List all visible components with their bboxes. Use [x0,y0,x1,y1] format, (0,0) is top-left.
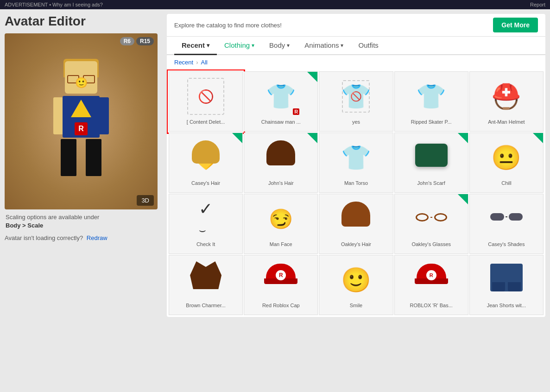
item-icon-caseys-shades [486,198,527,240]
item-label-johns-scarf: John's Scarf [417,180,445,186]
item-cell-check-it[interactable]: ✓⌣Check It [169,194,243,254]
tab-outfits[interactable]: Outfits [351,37,386,55]
item-icon-roblox-r-bas: R [411,259,452,301]
tab-recent[interactable]: Recent ▾ [174,37,217,55]
owned-indicator [458,133,468,143]
item-cell-brown-charmer[interactable]: Brown Charmer... [169,255,243,315]
item-label-man-torso: Man Torso [344,180,368,186]
item-label-jean-shorts: Jean Shorts wit... [487,303,526,309]
tab-clothing-arrow: ▾ [252,42,254,49]
owned-indicator [533,133,543,143]
main-container: Avatar Editor R6 R15 🙂 R [0,9,550,322]
owned-indicator [307,133,317,143]
badge-r6[interactable]: R6 [120,37,134,45]
item-label-oakleys-glasses: Oakley's Glasses [411,241,451,247]
breadcrumb-all[interactable]: All [201,59,208,66]
item-label-content-deleted: [ Content Delet... [187,119,225,125]
page-title: Avatar Editor [5,14,162,29]
item-label-antman-helmet: Ant-Man Helmet [488,119,525,125]
item-label-man-face: Man Face [270,241,292,247]
item-cell-caseys-hair[interactable]: 💛Casey's Hair [169,133,243,193]
item-label-roblox-r-bas: ROBLOX 'R' Bas... [410,303,453,309]
item-cell-jean-shorts[interactable]: Jean Shorts wit... [469,255,544,315]
item-cell-smile[interactable]: 🙂Smile [319,255,393,315]
tab-animations-arrow: ▾ [341,42,343,49]
item-icon-smile: 🙂 [335,259,377,301]
item-label-chainsaw-man: Chainsaw man ... [261,119,301,125]
figure-head: 🙂 [65,61,97,94]
item-cell-ripped-skater[interactable]: 👕Ripped Skater P... [394,71,468,132]
item-icon-johns-scarf [411,137,452,178]
top-bar: ADVERTISEMENT • Why am I seeing ads? Rep… [0,0,550,9]
tab-body-arrow: ▾ [287,42,290,49]
figure-left-leg [61,139,76,176]
item-label-oakleys-hair: Oakley's Hair [341,241,371,247]
item-cell-oakleys-hair[interactable]: Oakley's Hair [319,194,393,254]
item-icon-man-torso: 👕 [335,137,377,178]
left-panel: Avatar Editor R6 R15 🙂 R [5,14,162,317]
item-cell-caseys-shades[interactable]: Casey's Shades [469,194,544,254]
item-icon-man-face: 😏 [260,198,302,240]
tab-animations[interactable]: Animations ▾ [297,37,351,55]
owned-indicator [307,72,317,82]
item-icon-oakleys-glasses [411,198,452,240]
avatar-figure: 🙂 R [44,57,118,186]
item-cell-roblox-r-bas[interactable]: RROBLOX 'R' Bas... [394,255,468,315]
item-label-johns-hair: John's Hair [268,180,294,186]
badge-r15[interactable]: R15 [136,37,154,45]
item-icon-antman-helmet: ⛑️ [486,76,527,117]
item-cell-chill[interactable]: 😐Chill [469,133,544,193]
loading-message: Avatar isn't loading correctly? Redraw [5,234,162,241]
item-label-red-roblox-cap: Red Roblox Cap [262,303,300,309]
owned-indicator [232,133,242,143]
get-more-button[interactable]: Get More [493,18,538,32]
item-icon-chill: 😐 [486,137,527,178]
item-label-ripped-skater: Ripped Skater P... [411,119,452,125]
item-label-caseys-hair: Casey's Hair [191,180,220,186]
item-icon-oakleys-hair [335,198,377,240]
item-icon-ripped-skater: 👕 [411,76,452,117]
ad-notice: ADVERTISEMENT • Why am I seeing ads? [5,2,103,7]
breadcrumb-recent[interactable]: Recent [174,59,193,66]
tab-body[interactable]: Body ▾ [262,37,297,55]
tab-bar: Recent ▾ Clothing ▾ Body ▾ Animations ▾ … [167,37,545,55]
item-icon-red-roblox-cap: R [260,259,302,301]
breadcrumb: Recent › All [167,55,545,70]
item-cell-johns-hair[interactable]: John's Hair [244,133,318,193]
redraw-link[interactable]: Redraw [87,234,107,241]
item-icon-check-it: ✓⌣ [185,198,227,240]
tab-recent-arrow: ▾ [207,42,209,49]
item-icon-caseys-hair: 💛 [185,137,227,178]
explore-text: Explore the catalog to find more clothes… [174,22,282,29]
item-cell-antman-helmet[interactable]: ⛑️Ant-Man Helmet [469,71,544,132]
item-icon-brown-charmer [185,259,227,301]
item-icon-chainsaw-man: 👕R [260,76,302,117]
item-cell-yes[interactable]: 👕🚫yes [319,71,393,132]
owned-indicator [458,194,468,204]
report-link[interactable]: Report [530,2,545,7]
item-cell-man-face[interactable]: 😏Man Face [244,194,318,254]
figure-right-leg [86,139,101,176]
item-label-check-it: Check It [196,241,215,247]
item-cell-johns-scarf[interactable]: John's Scarf [394,133,468,193]
avatar-preview: R6 R15 🙂 R [5,33,158,209]
view-3d-button[interactable]: 3D [137,195,154,206]
item-icon-jean-shorts [486,259,527,301]
item-icon-yes: 👕🚫 [335,76,377,117]
tab-clothing[interactable]: Clothing ▾ [217,37,262,55]
item-cell-man-torso[interactable]: 👕Man Torso [319,133,393,193]
item-label-brown-charmer: Brown Charmer... [186,303,226,309]
avatar-badges: R6 R15 [120,37,154,45]
item-icon-content-deleted: 🚫 [185,76,227,117]
item-label-chill: Chill [501,180,511,186]
figure-torso: R [63,96,100,138]
scaling-message: Scaling options are available under Body… [5,213,162,230]
item-label-yes: yes [352,119,360,125]
item-cell-content-deleted[interactable]: 🚫[ Content Delet... [169,71,243,132]
item-cell-chainsaw-man[interactable]: 👕RChainsaw man ... [244,71,318,132]
item-label-caseys-shades: Casey's Shades [488,241,525,247]
item-cell-red-roblox-cap[interactable]: RRed Roblox Cap [244,255,318,315]
item-cell-oakleys-glasses[interactable]: Oakley's Glasses [394,194,468,254]
items-grid: 🚫[ Content Delet...👕RChainsaw man ...👕🚫y… [167,70,545,317]
right-panel: Explore the catalog to find more clothes… [167,14,545,317]
